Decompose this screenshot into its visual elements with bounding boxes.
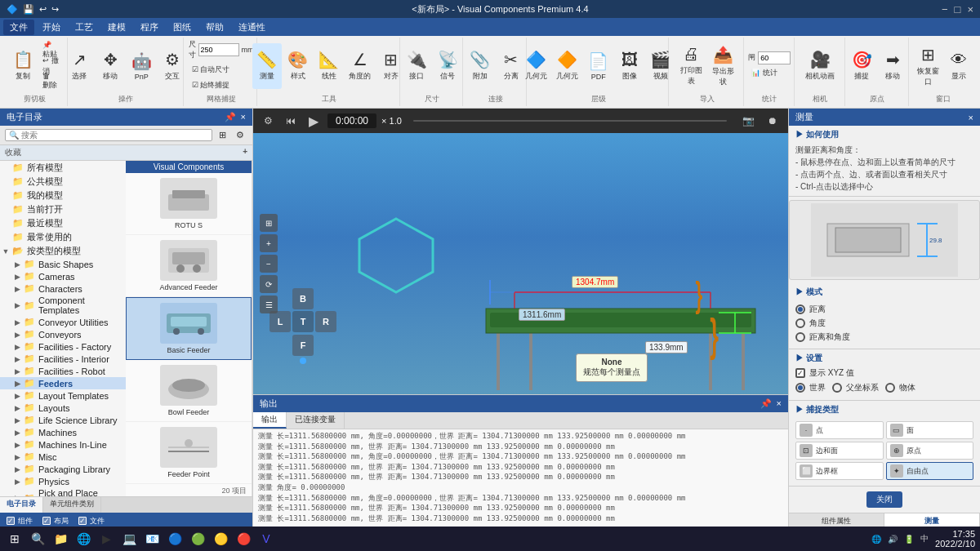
- dir-l-btn[interactable]: L: [270, 311, 291, 332]
- taskbar-search[interactable]: 🔍: [28, 529, 47, 549]
- taskbar-app1[interactable]: 💻: [119, 529, 139, 549]
- taskbar-vc[interactable]: V: [256, 529, 276, 549]
- nav-btn-1[interactable]: ⊞: [260, 214, 278, 232]
- capture-bbox[interactable]: ⬜ 边界框: [795, 462, 884, 480]
- taskbar-media[interactable]: ▶: [96, 529, 116, 549]
- component-bowl-feeder[interactable]: Bowl Feeder: [126, 360, 252, 422]
- menu-item-help[interactable]: 帮助: [199, 20, 230, 35]
- record-btn[interactable]: ⏺: [764, 113, 782, 128]
- pdf-btn[interactable]: 📄PDF: [584, 43, 613, 89]
- nav-btn-4[interactable]: ⟳: [260, 275, 278, 293]
- menu-item-connectivity[interactable]: 连通性: [232, 20, 272, 35]
- undo-btn[interactable]: ↩ 撤消: [39, 59, 62, 73]
- component-rotu-s[interactable]: ROTU S: [126, 173, 252, 235]
- tree-item-pick-place[interactable]: ▶ 📁 Pick and Place Library: [0, 487, 126, 496]
- component-advanced-feeder[interactable]: Advanced Feeder: [126, 235, 252, 297]
- tree-item-feeders[interactable]: ▶ 📁 Feeders: [0, 377, 126, 389]
- interact-btn[interactable]: ⚙交互: [158, 43, 187, 89]
- style-btn[interactable]: 🎨样式: [283, 43, 313, 89]
- gate-input[interactable]: [758, 51, 791, 64]
- restore-window-btn[interactable]: ⊞恢复窗口: [913, 43, 942, 89]
- tree-item-layout-templates[interactable]: ▶ 📁 Layout Templates: [0, 389, 126, 402]
- tree-item-misc[interactable]: ▶ 📁 Misc: [0, 451, 126, 463]
- capture-face[interactable]: ▭ 面: [886, 421, 974, 439]
- menu-item-process[interactable]: 工艺: [69, 20, 100, 35]
- tree-item-component-templates[interactable]: ▶ 📁 Component Templates: [0, 295, 126, 316]
- tree-item-by-type[interactable]: ▼ 📂 按类型的模型: [0, 244, 126, 258]
- tree-item-mymodel[interactable]: 📁 我的模型: [0, 189, 126, 202]
- tree-item-all-models[interactable]: 📁 所有模型: [0, 161, 126, 175]
- capture-origin-btn[interactable]: 🎯捕捉: [847, 43, 876, 89]
- geo-btn[interactable]: 🔷几何元: [522, 43, 551, 89]
- viewport[interactable]: } } 1304.7mm 1311.6mm 133.9mm None 规范每个测…: [253, 133, 788, 394]
- timeline-bar[interactable]: [413, 120, 727, 122]
- pnp-btn[interactable]: 🤖PnP: [127, 43, 156, 89]
- tree-item-conveyor-utilities[interactable]: ▶ 📁 Conveyor Utilities: [0, 316, 126, 328]
- delete-btn[interactable]: 🗑 删除: [39, 74, 62, 89]
- left-panel-pin[interactable]: 📌: [225, 112, 236, 122]
- linear-btn[interactable]: 📐线性: [314, 43, 344, 89]
- tree-item-packaging[interactable]: ▶ 📁 Packaging Library: [0, 463, 126, 475]
- signal-btn[interactable]: 📡信号: [433, 43, 462, 89]
- size-input[interactable]: [198, 43, 239, 56]
- camera-anim-btn[interactable]: 🎥相机动画: [802, 43, 838, 89]
- capture-title[interactable]: ▶ 捕捉类型: [795, 404, 973, 415]
- list-settings-btn[interactable]: ⚙: [233, 128, 247, 142]
- attach-btn[interactable]: 📎附加: [466, 43, 495, 89]
- export-shape-btn[interactable]: 📤导出形状: [708, 43, 738, 89]
- tree-item-most-used[interactable]: 📁 最常使用的: [0, 230, 126, 244]
- dir-f-btn[interactable]: F: [292, 335, 314, 356]
- stats-btn[interactable]: 📊 统计: [748, 66, 791, 81]
- quick-undo[interactable]: ↩: [39, 4, 47, 15]
- camera-icon[interactable]: 📷: [738, 113, 759, 128]
- auto-size-btn[interactable]: ☑ 自动尺寸: [189, 62, 254, 77]
- tree-item-public[interactable]: 📁 公共模型: [0, 175, 126, 189]
- component-basic-feeder[interactable]: Basic Feeder: [126, 297, 252, 360]
- tree-item-machines[interactable]: ▶ 📁 Machines: [0, 426, 126, 438]
- menu-item-drawing[interactable]: 图纸: [167, 20, 198, 35]
- taskbar-windows[interactable]: ⊞: [5, 529, 24, 549]
- favorites-add[interactable]: +: [243, 147, 247, 156]
- grid-view-btn[interactable]: ⊞: [216, 128, 229, 142]
- quick-save[interactable]: 💾: [23, 4, 34, 15]
- close-measurement-btn[interactable]: 关闭: [866, 491, 902, 508]
- favorites-header[interactable]: 收藏 +: [0, 145, 252, 160]
- left-panel-close[interactable]: ×: [241, 112, 246, 122]
- taskbar-files[interactable]: 📁: [51, 529, 70, 549]
- capture-edge-face[interactable]: ⊡ 边和面: [795, 442, 884, 460]
- nav-btn-3[interactable]: −: [260, 255, 278, 273]
- how-to-use-title[interactable]: ▶ 如何使用: [795, 129, 973, 140]
- rewind-btn[interactable]: ⏮: [282, 113, 300, 128]
- tree-item-cameras[interactable]: ▶ 📁 Cameras: [0, 270, 126, 282]
- tree-item-physics[interactable]: ▶ 📁 Physics: [0, 475, 126, 487]
- taskbar-app5[interactable]: 🟡: [211, 529, 230, 549]
- coord-object[interactable]: 物体: [885, 382, 915, 393]
- tree-item-layouts[interactable]: ▶ 📁 Layouts: [0, 402, 126, 414]
- play-btn[interactable]: ▶: [305, 112, 323, 131]
- show-xyz-checkbox[interactable]: ✓ 显示 XYZ 值: [795, 367, 973, 379]
- component-feeder-point[interactable]: Feeder Point: [126, 422, 252, 484]
- left-tab-catalog[interactable]: 电子目录: [0, 497, 43, 513]
- move-btn[interactable]: ✥移动: [96, 43, 125, 89]
- dir-b-btn[interactable]: B: [292, 288, 314, 309]
- tree-item-facilities-interior[interactable]: ▶ 📁 Facilities - Interior: [0, 353, 126, 365]
- output-tab-output[interactable]: 输出: [253, 412, 287, 429]
- status-component[interactable]: ✓ 组件: [7, 516, 33, 527]
- taskbar-app2[interactable]: 📧: [142, 529, 162, 549]
- quick-redo[interactable]: ↪: [51, 4, 59, 15]
- dir-center[interactable]: T: [292, 311, 314, 332]
- tree-item-basic-shapes[interactable]: ▶ 📁 Basic Shapes: [0, 258, 126, 270]
- interface-btn[interactable]: 🔌接口: [402, 43, 431, 89]
- menu-item-file[interactable]: 文件: [3, 20, 34, 35]
- settings-btn[interactable]: ⚙: [260, 113, 277, 128]
- always-snap-btn[interactable]: ☑ 始终捕捉: [189, 78, 254, 92]
- image-btn[interactable]: 🖼图像: [615, 43, 644, 89]
- menu-item-model[interactable]: 建模: [101, 20, 132, 35]
- tree-item-machines-inline[interactable]: ▶ 📁 Machines In-Line: [0, 438, 126, 451]
- capture-freepoint[interactable]: ✦ 自由点: [886, 462, 974, 480]
- tree-item-facilities-factory[interactable]: ▶ 📁 Facilities - Factory: [0, 340, 126, 353]
- tree-item-characters[interactable]: ▶ 📁 Characters: [0, 282, 126, 295]
- output-pin[interactable]: 📌: [760, 398, 772, 409]
- dir-r-btn[interactable]: R: [315, 311, 336, 332]
- taskbar-app3[interactable]: 🔵: [165, 529, 185, 549]
